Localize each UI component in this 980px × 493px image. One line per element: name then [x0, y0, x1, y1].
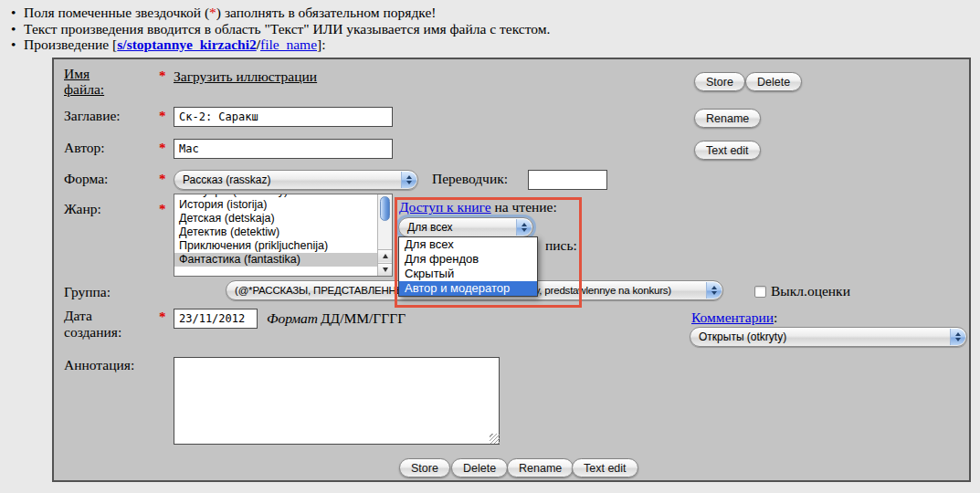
author-label: Автор:	[64, 140, 105, 156]
genre-label: Жанр:	[64, 201, 101, 217]
access-option[interactable]: Для френдов	[399, 252, 537, 267]
required-asterisk-genre: *	[159, 202, 166, 217]
comments-colon: :	[774, 309, 777, 325]
date-label-line2: создания:	[64, 324, 121, 340]
access-dropdown-menu: Для всех Для френдов Скрытый Автор и мод…	[398, 236, 538, 297]
annotation-textarea[interactable]	[174, 357, 500, 445]
genre-option[interactable]: История (istorija)	[174, 198, 377, 212]
filename-label-link[interactable]: Имя файла:	[64, 66, 122, 97]
text-edit-button-top[interactable]: Text edit	[694, 141, 761, 160]
access-read-suffix: на чтение:	[491, 199, 557, 215]
select-stepper-icon	[401, 172, 416, 188]
required-asterisk-title: *	[159, 109, 166, 124]
scroll-down-icon[interactable]	[378, 263, 392, 276]
genre-listbox[interactable]: Мемуары (memuary) История (istorija) Дет…	[174, 194, 393, 277]
genre-option-selected[interactable]: Фантастика (fantastika)	[174, 253, 377, 267]
required-asterisk-type: *	[159, 172, 166, 187]
access-option-highlighted[interactable]: Автор и модератор	[399, 281, 537, 296]
date-label: Датасоздания:	[64, 308, 121, 341]
required-asterisk-filename: *	[159, 68, 166, 84]
comments-link[interactable]: Комментарии	[691, 309, 774, 325]
rename-button-bottom[interactable]: Rename	[507, 458, 574, 477]
bullet-item-required: •Поля помеченные звездочкой (*) заполнят…	[11, 5, 550, 21]
bullet1-text-post: ) заполнять в обязательном порядке!	[216, 5, 437, 20]
creation-date-input[interactable]	[174, 309, 258, 329]
write-access-fragment: пись:	[545, 237, 577, 254]
bullet-item-work: •Произведение [s/stoptannye_kirzachi2/fi…	[11, 37, 550, 53]
bullet3-text-pre: Произведение [	[24, 37, 117, 52]
title-input[interactable]	[174, 107, 393, 127]
genre-options: Мемуары (memuary) История (istorija) Дет…	[174, 194, 377, 276]
access-read-select-value: Для всех	[407, 221, 453, 234]
ratings-off-checkbox[interactable]	[754, 286, 766, 298]
annotation-label: Аннотация:	[64, 357, 134, 373]
select-stepper-icon	[706, 282, 722, 299]
access-read-select[interactable]: Для всех	[398, 217, 533, 237]
comments-label-line: Комментарии:	[691, 309, 777, 326]
scrollbar-thumb[interactable]	[380, 196, 390, 221]
text-edit-button-bottom[interactable]: Text edit	[572, 458, 638, 477]
required-asterisk-date: *	[159, 309, 166, 325]
bullet-marker: •	[11, 37, 24, 53]
bullet-list: •Поля помеченные звездочкой (*) заполнят…	[11, 5, 550, 53]
select-stepper-icon	[516, 219, 532, 236]
select-stepper-icon	[950, 329, 965, 345]
work-path-link[interactable]: s/stoptannye_kirzachi2	[117, 37, 256, 52]
ratings-off-label: Выкл.оценки	[771, 283, 850, 299]
genre-option[interactable]: Детектив (detektiw)	[174, 226, 377, 239]
access-label-line: Доступ к книге на чтение:	[399, 199, 557, 215]
title-label: Заглавие:	[64, 108, 121, 124]
genre-option[interactable]: Приключения (prikljuchenija)	[174, 239, 377, 253]
genre-option[interactable]: Детская (detskaja)	[174, 212, 377, 226]
comments-select[interactable]: Открыты (otkryty)	[690, 327, 967, 347]
form-type-select-value: Рассказ (rasskaz)	[183, 173, 271, 186]
delete-button-bottom[interactable]: Delete	[451, 458, 508, 477]
access-option[interactable]: Скрытый	[399, 267, 537, 281]
form-type-label: Форма:	[64, 171, 108, 187]
required-note-asterisk: *	[209, 5, 216, 20]
bullet2-text: Текст произведения вводится в область "Т…	[24, 21, 550, 37]
required-asterisk-author: *	[159, 141, 166, 156]
bullet-item-text: •Текст произведения вводится в область "…	[11, 21, 550, 37]
access-book-link[interactable]: Доступ к книге	[399, 199, 491, 215]
scroll-up-icon[interactable]	[378, 249, 392, 262]
translator-input[interactable]	[528, 170, 607, 190]
file-name-link[interactable]: file_name	[260, 37, 317, 52]
author-input[interactable]	[174, 139, 393, 159]
genre-scrollbar[interactable]	[377, 194, 392, 276]
bullet-marker: •	[11, 21, 24, 37]
rename-button-top[interactable]: Rename	[694, 109, 761, 128]
date-format-word: Формат	[267, 310, 318, 327]
bullet3-text-post: ]:	[317, 37, 325, 52]
store-button-bottom[interactable]: Store	[399, 458, 450, 477]
delete-button-top[interactable]: Delete	[745, 72, 802, 91]
bullet-marker: •	[11, 5, 24, 21]
comments-select-value: Открыты (otkryty)	[699, 330, 786, 343]
translator-label: Переводчик:	[432, 171, 508, 187]
form-type-select[interactable]: Рассказ (rasskaz)	[174, 170, 418, 190]
access-option[interactable]: Для всех	[399, 237, 537, 252]
group-label: Группа:	[64, 284, 111, 300]
page: •Поля помеченные звездочкой (*) заполнят…	[0, 0, 980, 493]
bullet1-text-pre: Поля помеченные звездочкой (	[24, 5, 209, 20]
upload-illustrations-link[interactable]: Загрузить иллюстрации	[174, 68, 317, 85]
date-format-pattern: ДД/ММ/ГГГГ	[321, 310, 406, 327]
date-label-line1: Дата	[64, 308, 92, 323]
store-button-top[interactable]: Store	[694, 72, 745, 91]
